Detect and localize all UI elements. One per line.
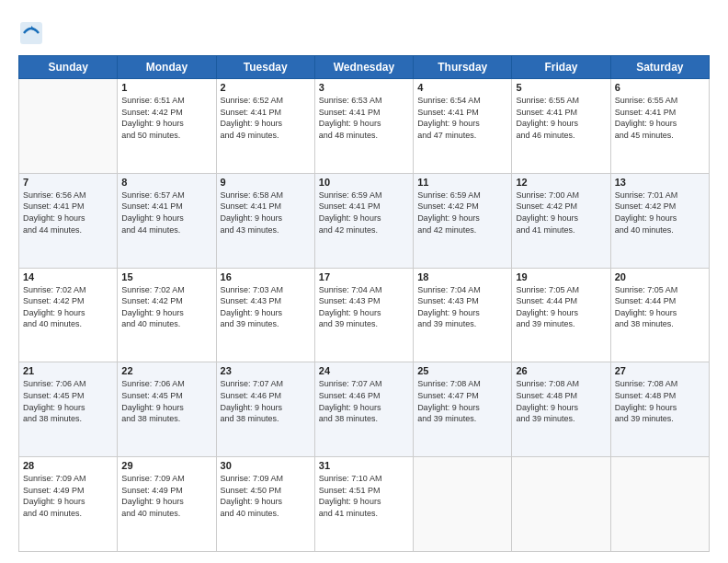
day-info: Sunrise: 6:55 AM Sunset: 4:41 PM Dayligh…: [615, 95, 705, 141]
calendar-cell: 2Sunrise: 6:52 AM Sunset: 4:41 PM Daylig…: [216, 79, 314, 174]
calendar-cell: 15Sunrise: 7:02 AM Sunset: 4:42 PM Dayli…: [118, 268, 216, 362]
day-info: Sunrise: 6:52 AM Sunset: 4:41 PM Dayligh…: [221, 95, 311, 141]
day-info: Sunrise: 7:04 AM Sunset: 4:43 PM Dayligh…: [417, 284, 507, 330]
day-number: 18: [417, 271, 507, 282]
day-number: 16: [221, 271, 311, 282]
calendar-week-3: 14Sunrise: 7:02 AM Sunset: 4:42 PM Dayli…: [19, 268, 710, 362]
calendar-week-4: 21Sunrise: 7:06 AM Sunset: 4:45 PM Dayli…: [19, 362, 710, 457]
day-info: Sunrise: 7:07 AM Sunset: 4:46 PM Dayligh…: [319, 378, 409, 424]
calendar-week-2: 7Sunrise: 6:56 AM Sunset: 4:41 PM Daylig…: [19, 173, 710, 268]
page: SundayMondayTuesdayWednesdayThursdayFrid…: [0, 0, 728, 563]
day-number: 4: [417, 82, 507, 93]
weekday-thursday: Thursday: [414, 56, 512, 79]
day-number: 15: [121, 271, 211, 282]
calendar-cell: 31Sunrise: 7:10 AM Sunset: 4:51 PM Dayli…: [314, 457, 413, 552]
logo: [18, 20, 48, 46]
logo-icon: [18, 20, 44, 46]
day-number: 20: [615, 271, 705, 282]
weekday-wednesday: Wednesday: [314, 56, 413, 79]
day-number: 26: [516, 365, 606, 376]
calendar-cell: 18Sunrise: 7:04 AM Sunset: 4:43 PM Dayli…: [414, 268, 512, 362]
day-info: Sunrise: 6:51 AM Sunset: 4:42 PM Dayligh…: [121, 95, 211, 141]
calendar-cell: 5Sunrise: 6:55 AM Sunset: 4:41 PM Daylig…: [512, 79, 610, 174]
day-number: 31: [319, 460, 409, 471]
weekday-header-row: SundayMondayTuesdayWednesdayThursdayFrid…: [19, 56, 710, 79]
day-number: 10: [319, 177, 409, 188]
calendar-cell: 22Sunrise: 7:06 AM Sunset: 4:45 PM Dayli…: [118, 362, 216, 457]
calendar-cell: 10Sunrise: 6:59 AM Sunset: 4:41 PM Dayli…: [314, 173, 413, 268]
day-info: Sunrise: 6:53 AM Sunset: 4:41 PM Dayligh…: [319, 95, 409, 141]
weekday-monday: Monday: [118, 56, 216, 79]
calendar-cell: 6Sunrise: 6:55 AM Sunset: 4:41 PM Daylig…: [610, 79, 709, 174]
calendar-cell: 16Sunrise: 7:03 AM Sunset: 4:43 PM Dayli…: [216, 268, 314, 362]
day-info: Sunrise: 7:07 AM Sunset: 4:46 PM Dayligh…: [221, 378, 311, 424]
calendar-cell: 8Sunrise: 6:57 AM Sunset: 4:41 PM Daylig…: [118, 173, 216, 268]
day-info: Sunrise: 7:06 AM Sunset: 4:45 PM Dayligh…: [121, 378, 211, 424]
calendar-cell: 28Sunrise: 7:09 AM Sunset: 4:49 PM Dayli…: [19, 457, 118, 552]
calendar-cell: 9Sunrise: 6:58 AM Sunset: 4:41 PM Daylig…: [216, 173, 314, 268]
day-info: Sunrise: 6:59 AM Sunset: 4:42 PM Dayligh…: [417, 190, 507, 236]
calendar-cell: 29Sunrise: 7:09 AM Sunset: 4:49 PM Dayli…: [118, 457, 216, 552]
day-info: Sunrise: 7:08 AM Sunset: 4:48 PM Dayligh…: [516, 378, 606, 424]
calendar-cell: 14Sunrise: 7:02 AM Sunset: 4:42 PM Dayli…: [19, 268, 118, 362]
day-number: 17: [319, 271, 409, 282]
calendar-cell: [414, 457, 512, 552]
day-number: 24: [319, 365, 409, 376]
calendar-cell: 7Sunrise: 6:56 AM Sunset: 4:41 PM Daylig…: [19, 173, 118, 268]
day-info: Sunrise: 7:02 AM Sunset: 4:42 PM Dayligh…: [23, 284, 113, 330]
day-number: 21: [23, 365, 113, 376]
calendar-cell: 24Sunrise: 7:07 AM Sunset: 4:46 PM Dayli…: [314, 362, 413, 457]
day-number: 28: [23, 460, 113, 471]
day-info: Sunrise: 7:04 AM Sunset: 4:43 PM Dayligh…: [319, 284, 409, 330]
calendar-cell: 11Sunrise: 6:59 AM Sunset: 4:42 PM Dayli…: [414, 173, 512, 268]
calendar-cell: [512, 457, 610, 552]
day-info: Sunrise: 7:03 AM Sunset: 4:43 PM Dayligh…: [221, 284, 311, 330]
calendar-cell: 21Sunrise: 7:06 AM Sunset: 4:45 PM Dayli…: [19, 362, 118, 457]
calendar-cell: [19, 79, 118, 174]
day-info: Sunrise: 7:01 AM Sunset: 4:42 PM Dayligh…: [615, 190, 705, 236]
day-number: 8: [121, 177, 211, 188]
day-info: Sunrise: 6:56 AM Sunset: 4:41 PM Dayligh…: [23, 190, 113, 236]
calendar-table: SundayMondayTuesdayWednesdayThursdayFrid…: [18, 55, 710, 552]
day-number: 6: [615, 82, 705, 93]
calendar-cell: 23Sunrise: 7:07 AM Sunset: 4:46 PM Dayli…: [216, 362, 314, 457]
day-info: Sunrise: 7:10 AM Sunset: 4:51 PM Dayligh…: [319, 473, 409, 519]
day-number: 11: [417, 177, 507, 188]
day-info: Sunrise: 7:08 AM Sunset: 4:47 PM Dayligh…: [417, 378, 507, 424]
day-number: 13: [615, 177, 705, 188]
weekday-sunday: Sunday: [19, 56, 118, 79]
calendar-cell: 4Sunrise: 6:54 AM Sunset: 4:41 PM Daylig…: [414, 79, 512, 174]
day-info: Sunrise: 7:09 AM Sunset: 4:50 PM Dayligh…: [221, 473, 311, 519]
calendar-week-1: 1Sunrise: 6:51 AM Sunset: 4:42 PM Daylig…: [19, 79, 710, 174]
svg-rect-0: [20, 22, 42, 44]
day-number: 9: [221, 177, 311, 188]
day-number: 27: [615, 365, 705, 376]
day-info: Sunrise: 6:55 AM Sunset: 4:41 PM Dayligh…: [516, 95, 606, 141]
calendar-week-5: 28Sunrise: 7:09 AM Sunset: 4:49 PM Dayli…: [19, 457, 710, 552]
calendar-cell: 13Sunrise: 7:01 AM Sunset: 4:42 PM Dayli…: [610, 173, 709, 268]
day-number: 22: [121, 365, 211, 376]
day-info: Sunrise: 7:09 AM Sunset: 4:49 PM Dayligh…: [23, 473, 113, 519]
day-number: 25: [417, 365, 507, 376]
day-info: Sunrise: 7:05 AM Sunset: 4:44 PM Dayligh…: [615, 284, 705, 330]
day-number: 14: [23, 271, 113, 282]
day-info: Sunrise: 6:54 AM Sunset: 4:41 PM Dayligh…: [417, 95, 507, 141]
weekday-friday: Friday: [512, 56, 610, 79]
day-number: 12: [516, 177, 606, 188]
calendar-cell: 12Sunrise: 7:00 AM Sunset: 4:42 PM Dayli…: [512, 173, 610, 268]
day-info: Sunrise: 7:02 AM Sunset: 4:42 PM Dayligh…: [121, 284, 211, 330]
calendar-cell: 20Sunrise: 7:05 AM Sunset: 4:44 PM Dayli…: [610, 268, 709, 362]
calendar-cell: 27Sunrise: 7:08 AM Sunset: 4:48 PM Dayli…: [610, 362, 709, 457]
day-info: Sunrise: 7:00 AM Sunset: 4:42 PM Dayligh…: [516, 190, 606, 236]
day-number: 23: [221, 365, 311, 376]
calendar-cell: [610, 457, 709, 552]
calendar-cell: 19Sunrise: 7:05 AM Sunset: 4:44 PM Dayli…: [512, 268, 610, 362]
day-number: 7: [23, 177, 113, 188]
calendar-cell: 26Sunrise: 7:08 AM Sunset: 4:48 PM Dayli…: [512, 362, 610, 457]
calendar-cell: 1Sunrise: 6:51 AM Sunset: 4:42 PM Daylig…: [118, 79, 216, 174]
day-info: Sunrise: 6:57 AM Sunset: 4:41 PM Dayligh…: [121, 190, 211, 236]
day-number: 19: [516, 271, 606, 282]
day-number: 1: [121, 82, 211, 93]
day-info: Sunrise: 6:58 AM Sunset: 4:41 PM Dayligh…: [221, 190, 311, 236]
day-number: 2: [221, 82, 311, 93]
